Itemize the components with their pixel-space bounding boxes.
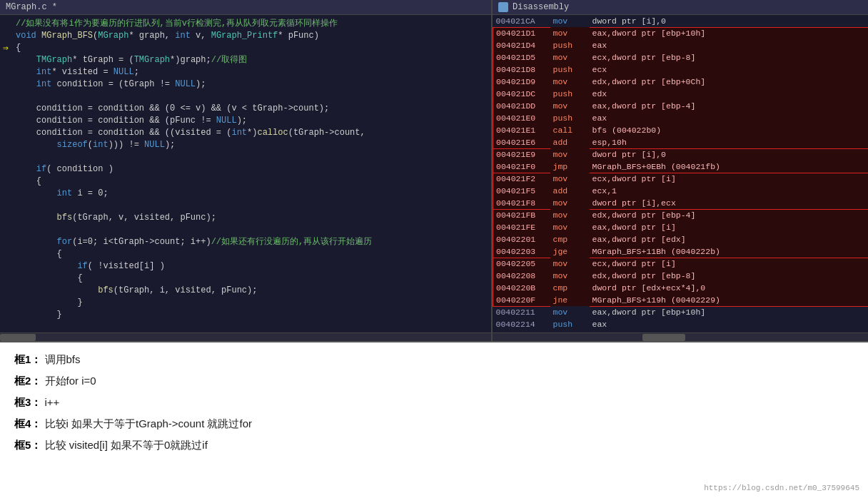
disasm-operands: ecx	[590, 63, 869, 76]
disasm-row: 00402208movedx,dword ptr [ebp-8]	[493, 270, 869, 282]
disasm-operands: bfs (004022b0)	[590, 124, 869, 136]
disasm-row: 004021FEmoveax,dword ptr [i]	[493, 221, 869, 233]
disasm-mnemonic: mov	[550, 100, 590, 112]
line-arrow	[3, 163, 16, 174]
code-line: TMGraph* tGraph = (TMGraph*)graph;//取得图	[0, 54, 491, 66]
line-arrow	[3, 297, 16, 308]
line-text: bfs(tGraph, i, visited, pFunc);	[16, 285, 257, 297]
disasm-mnemonic: mov	[550, 148, 590, 161]
disasm-row: 004021D9movedx,dword ptr [ebp+0Ch]	[493, 76, 869, 88]
annotation-label: 框3：	[14, 396, 41, 408]
line-text: {	[16, 248, 62, 260]
disasm-row: 00402203jgeMGraph_BFS+11Bh (0040222b)	[493, 245, 869, 258]
line-text: condition = condition && (pFunc != NULL)…	[16, 115, 247, 127]
line-arrow	[3, 321, 16, 332]
disasm-row: 004021D5movecx,dword ptr [ebp-8]	[493, 51, 869, 63]
annotation-line: 框2： 开始for i=0	[14, 372, 854, 390]
code-titlebar: MGraph.c *	[0, 0, 491, 15]
disasm-address: 00402208	[493, 270, 550, 282]
line-text: condition = condition && ((visited = (in…	[16, 127, 365, 139]
annotation-text: 调用bfs	[41, 353, 80, 365]
line-arrow	[3, 91, 16, 101]
disasm-mnemonic: add	[550, 136, 590, 148]
disasm-operands: eax,dword ptr [ebp-4]	[590, 100, 869, 112]
disasm-mnemonic: push	[550, 318, 590, 330]
disasm-address: 004021F2	[493, 173, 550, 185]
code-line: int i = 0;	[0, 188, 491, 200]
line-text: bfs(tGraph, v, visited, pFunc);	[16, 212, 216, 224]
disasm-row: 004021D8pushecx	[493, 63, 869, 76]
code-scroll[interactable]: //如果没有将i作为要遍历的行进队列,当前v行检测完,再从队列取元素循环同样操作…	[0, 15, 491, 332]
disasm-address: 004021FE	[493, 221, 550, 233]
line-text: int i = 0;	[16, 188, 108, 200]
disasm-mnemonic: mov	[550, 76, 590, 88]
line-arrow	[3, 260, 16, 271]
disasm-row: 0040220FjneMGraph_BFS+119h (00402229)	[493, 294, 869, 306]
disasm-row: 004021E6addesp,10h	[493, 136, 869, 148]
line-arrow	[3, 115, 16, 126]
disasm-mnemonic: jne	[550, 294, 590, 306]
disasm-address: 004021D4	[493, 39, 550, 51]
disasm-mnemonic: push	[550, 63, 590, 76]
annotation-label: 框2：	[14, 375, 41, 387]
disasm-address: 004021E1	[493, 124, 550, 136]
line-arrow	[3, 285, 16, 295]
line-text: TMGraph* tGraph = (TMGraph*)graph;//取得图	[16, 54, 247, 66]
disasm-address: 00402211	[493, 306, 550, 318]
code-line	[0, 224, 491, 236]
disasm-operands: esp,10h	[590, 136, 869, 148]
code-line: for(i=0; i<tGraph->count; i++)//如果还有行没遍历…	[0, 236, 491, 248]
disasm-operands: edx	[590, 88, 869, 100]
line-text: }	[16, 309, 62, 321]
disasm-hscroll[interactable]	[493, 332, 868, 341]
code-line	[0, 91, 491, 103]
disasm-row: 004021F0jmpMGraph_BFS+0EBh (004021fb)	[493, 161, 869, 173]
line-text: {	[16, 176, 41, 188]
disasm-content[interactable]: 004021CAmovdword ptr [i],0004021D1moveax…	[493, 15, 868, 332]
line-text: if( condition )	[16, 163, 113, 176]
annotation-line: 框3： i++	[14, 394, 854, 411]
disasm-address: 00402203	[493, 245, 550, 258]
disasm-row: 0040220Bcmpdword ptr [edx+ecx*4],0	[493, 282, 869, 294]
disasm-row: 00402214pusheax	[493, 318, 869, 330]
disasm-row: 00402205movecx,dword ptr [i]	[493, 258, 869, 270]
annotation-label: 框4：	[14, 417, 41, 430]
line-arrow	[3, 309, 16, 320]
code-line: {	[0, 273, 491, 285]
disasm-address: 004021D8	[493, 63, 550, 76]
disasm-mnemonic: push	[550, 88, 590, 100]
annotation-text: 比较i 如果大于等于tGraph->count 就跳过for	[41, 417, 252, 430]
disasm-panel: Disassembly 004021CAmovdword ptr [i],000…	[493, 0, 868, 341]
disasm-operands: ecx,dword ptr [i]	[590, 173, 869, 185]
line-arrow	[3, 103, 16, 113]
disasm-row: 004021E9movdword ptr [i],0	[493, 148, 869, 161]
disasm-address: 00402214	[493, 318, 550, 330]
line-arrow	[3, 188, 16, 198]
disasm-title: Disassembly	[513, 2, 569, 12]
disasm-operands: edx,dword ptr [ebp-8]	[590, 270, 869, 282]
line-text: void MGraph_BFS(MGraph* graph, int v, MG…	[16, 30, 319, 42]
disasm-address: 004021F8	[493, 197, 550, 209]
disasm-operands: eax	[590, 112, 869, 124]
line-text: {	[16, 42, 21, 54]
disasm-mnemonic: call	[550, 124, 590, 136]
disasm-table: 004021CAmovdword ptr [i],0004021D1moveax…	[493, 15, 868, 332]
disasm-row: 004021E0pusheax	[493, 112, 869, 124]
code-line: //如果没有将i作为要遍历的行进队列,当前v行检测完,再从队列取元素循环同样操作	[0, 18, 491, 30]
disasm-address: 004021FB	[493, 209, 550, 221]
code-hscroll[interactable]	[0, 332, 491, 341]
line-arrow	[3, 66, 16, 77]
line-arrow	[3, 139, 16, 150]
disasm-operands: eax,dword ptr [ebp+10h]	[590, 306, 869, 318]
code-line: int condition = (tGraph != NULL);	[0, 78, 491, 91]
line-arrow	[3, 273, 16, 283]
disasm-mnemonic: jmp	[550, 161, 590, 173]
line-text: if( !visited[i] )	[16, 260, 165, 273]
disasm-address: 004021DD	[493, 100, 550, 112]
disasm-address: 004021D1	[493, 27, 550, 39]
annotation-text: 比较 visited[i] 如果不等于0就跳过if	[41, 439, 208, 451]
code-hscroll-thumb	[0, 334, 36, 341]
disasm-row: 004021D1moveax,dword ptr [ebp+10h]	[493, 27, 869, 39]
code-line: condition = condition && (0 <= v) && (v …	[0, 103, 491, 115]
disasm-titlebar: Disassembly	[493, 0, 868, 15]
